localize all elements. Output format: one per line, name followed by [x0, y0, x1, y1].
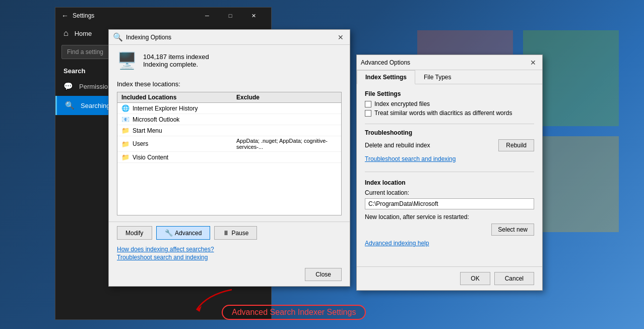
troubleshooting-title: Troubleshooting — [365, 129, 534, 136]
advanced-icon: 🔧 — [165, 229, 173, 237]
troubleshoot-search-link[interactable]: Troubleshoot search and indexing — [365, 155, 534, 162]
start-menu-icon: 📁 — [121, 127, 130, 134]
tab-index-settings[interactable]: Index Settings — [357, 70, 415, 84]
divider-2 — [365, 172, 534, 172]
items-indexed-count: 104,187 items indexed — [143, 53, 209, 61]
divider-1 — [365, 124, 534, 124]
index-location-title: Index location — [365, 179, 534, 186]
current-location-label: Current location: — [365, 189, 534, 196]
settings-title: Settings — [73, 12, 196, 19]
included-header: Included Locations — [121, 94, 236, 101]
indexing-dialog-titlebar: 🔍 Indexing Options ✕ — [109, 30, 350, 45]
locations-table-header: Included Locations Exclude — [117, 92, 341, 103]
users-name: Users — [133, 140, 236, 147]
rebuild-row: Delete and rebuild index Rebuild — [365, 139, 534, 151]
rebuild-label: Delete and rebuild index — [365, 142, 430, 149]
file-settings-title: File Settings — [365, 90, 534, 97]
indexing-dialog-close-bottom: Close — [109, 265, 350, 286]
ok-button[interactable]: OK — [460, 272, 490, 285]
indexing-complete-status: Indexing complete. — [143, 61, 209, 68]
diacritics-checkbox[interactable] — [365, 110, 371, 117]
advanced-label: Advanced — [175, 230, 202, 237]
indexing-status: 🖥️ 104,187 items indexed Indexing comple… — [117, 51, 342, 74]
exclude-header: Exclude — [236, 94, 337, 101]
table-row[interactable]: 📁 Visio Content — [117, 152, 341, 163]
rebuild-button[interactable]: Rebuild — [498, 139, 534, 151]
locations-table: Included Locations Exclude 🌐 Internet Ex… — [117, 92, 342, 215]
how-indexing-link[interactable]: How does indexing affect searches? — [117, 246, 342, 253]
users-exclude: AppData; .nuget; AppData; cognitive-serv… — [236, 138, 337, 150]
indexing-options-dialog: 🔍 Indexing Options ✕ 🖥️ 104,187 items in… — [108, 29, 350, 287]
advanced-dialog-titlebar: Advanced Options ✕ — [357, 55, 542, 70]
permissions-icon: 💬 — [63, 82, 73, 91]
visio-icon: 📁 — [121, 153, 130, 161]
annotation-label: Advanced Search Indexer Settings — [222, 305, 366, 320]
pause-label: Pause — [231, 230, 248, 237]
cancel-button[interactable]: Cancel — [494, 272, 534, 285]
table-row[interactable]: 🌐 Internet Explorer History — [117, 103, 341, 114]
select-new-button[interactable]: Select new — [491, 224, 534, 236]
ie-history-name: Internet Explorer History — [133, 105, 236, 112]
start-menu-name: Start Menu — [133, 127, 236, 134]
advanced-dialog-title: Advanced Options — [361, 59, 528, 66]
encrypt-label: Index encrypted files — [374, 100, 430, 107]
encrypt-checkbox-row: Index encrypted files — [365, 100, 534, 107]
encrypt-checkbox[interactable] — [365, 101, 371, 107]
indexing-dialog-body: 🖥️ 104,187 items indexed Indexing comple… — [109, 45, 350, 222]
advanced-options-dialog: Advanced Options ✕ Index Settings File T… — [356, 54, 543, 291]
new-location-label: New location, after service is restarted… — [365, 213, 534, 221]
current-path-input[interactable] — [365, 198, 534, 209]
home-label: Home — [75, 30, 92, 37]
maximize-button[interactable]: □ — [219, 8, 242, 24]
table-row[interactable]: 📁 Users AppData; .nuget; AppData; cognit… — [117, 136, 341, 152]
outlook-name: Microsoft Outlook — [133, 116, 236, 123]
index-locations-label: Index these locations: — [117, 80, 342, 88]
advanced-tabs: Index Settings File Types — [357, 70, 542, 84]
indexing-dialog-icon: 🔍 — [113, 32, 123, 42]
pause-button[interactable]: ⏸ Pause — [214, 226, 257, 240]
outlook-icon: 📧 — [121, 116, 130, 123]
minimize-button[interactable]: ─ — [196, 8, 219, 24]
advanced-dialog-close-button[interactable]: ✕ — [528, 58, 538, 68]
advanced-dialog-body: File Settings Index encrypted files Trea… — [357, 84, 542, 266]
visio-name: Visio Content — [133, 154, 236, 161]
indexing-dialog-buttons: Modify 🔧 Advanced ⏸ Pause — [109, 222, 350, 244]
users-icon: 📁 — [121, 140, 130, 148]
back-icon[interactable]: ← — [61, 12, 69, 20]
window-controls: ─ □ ✕ — [196, 8, 265, 24]
advanced-indexing-help-link[interactable]: Advanced indexing help — [365, 240, 534, 247]
modify-button[interactable]: Modify — [117, 226, 152, 240]
ie-history-icon: 🌐 — [121, 104, 130, 112]
diacritics-label: Treat similar words with diacritics as d… — [374, 109, 512, 117]
settings-titlebar: ← Settings ─ □ ✕ — [55, 8, 271, 24]
index-location-section: Index location Current location: New loc… — [365, 179, 534, 236]
indexing-close-button[interactable]: Close — [305, 268, 342, 281]
search-icon: 🔍 — [65, 101, 75, 110]
pause-icon: ⏸ — [223, 229, 229, 237]
indexing-dialog-close-button[interactable]: ✕ — [336, 32, 346, 42]
indexing-dialog-links: How does indexing affect searches? Troub… — [109, 244, 350, 265]
close-button[interactable]: ✕ — [242, 8, 265, 24]
diacritics-checkbox-row: Treat similar words with diacritics as d… — [365, 109, 534, 117]
indexing-status-icon: 🖥️ — [117, 51, 137, 70]
table-row[interactable]: 📁 Start Menu — [117, 125, 341, 136]
advanced-button[interactable]: 🔧 Advanced — [156, 226, 210, 240]
advanced-dialog-footer-buttons: OK Cancel — [357, 266, 542, 290]
table-row[interactable]: 📧 Microsoft Outlook — [117, 114, 341, 125]
tab-file-types[interactable]: File Types — [415, 70, 460, 84]
indexing-status-text: 104,187 items indexed Indexing complete. — [143, 53, 209, 68]
indexing-dialog-title: Indexing Options — [126, 34, 336, 41]
home-icon: ⌂ — [63, 29, 69, 38]
troubleshoot-link[interactable]: Troubleshoot search and indexing — [117, 254, 342, 261]
